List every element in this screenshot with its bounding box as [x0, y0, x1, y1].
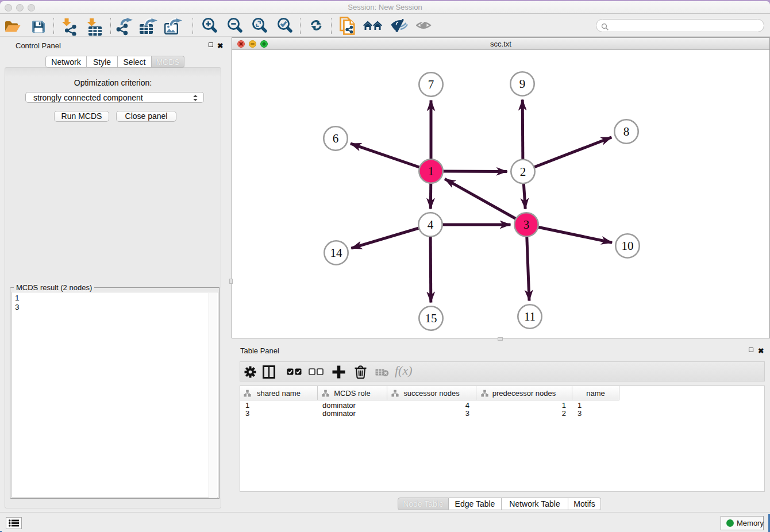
svg-text:1: 1 [428, 164, 434, 178]
svg-text:6: 6 [333, 132, 339, 145]
svg-text:8: 8 [623, 125, 630, 138]
svg-text:14: 14 [330, 246, 343, 260]
svg-text:4: 4 [428, 218, 434, 232]
svg-text:3: 3 [523, 218, 530, 232]
svg-text:10: 10 [622, 239, 634, 253]
svg-text:7: 7 [428, 78, 434, 91]
svg-text:2: 2 [520, 165, 526, 179]
svg-text:11: 11 [524, 310, 536, 323]
svg-text:9: 9 [519, 77, 526, 91]
svg-text:15: 15 [425, 311, 437, 325]
